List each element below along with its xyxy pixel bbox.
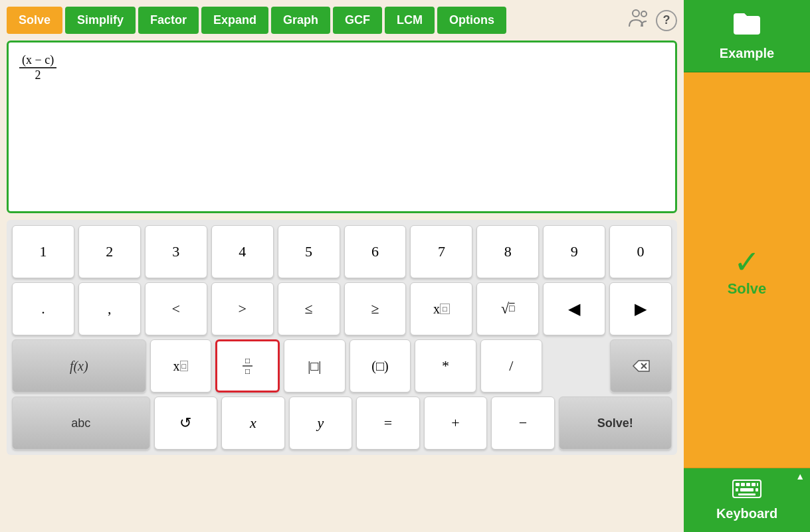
key-right-arrow[interactable]: ▶ — [609, 282, 672, 335]
key-undo[interactable]: ↺ — [154, 397, 218, 450]
simplify-tab-button[interactable]: Simplify — [65, 7, 136, 34]
key-greater[interactable]: > — [211, 282, 274, 335]
key-y[interactable]: y — [289, 397, 353, 450]
key-minus[interactable]: − — [491, 397, 555, 450]
graph-tab-button[interactable]: Graph — [271, 7, 330, 34]
key-empty — [546, 339, 607, 393]
sidebar-keyboard-button[interactable]: ▲ Keyboard — [684, 468, 810, 532]
solve-tab-button[interactable]: Solve — [7, 7, 62, 34]
collapse-arrow-icon: ▲ — [795, 471, 805, 482]
checkmark-icon: ✓ — [734, 243, 760, 280]
gcf-tab-button[interactable]: GCF — [333, 7, 382, 34]
key-divide[interactable]: / — [480, 339, 542, 393]
math-numerator: (x − c) — [19, 53, 56, 68]
right-sidebar: Example ✓ Solve ▲ Keyboard — [684, 0, 810, 532]
key-0[interactable]: 0 — [609, 225, 672, 278]
key-equals[interactable]: = — [356, 397, 420, 450]
keyboard-row-special: f(x) x□ □ □ |□| (□) * / — [12, 339, 672, 393]
key-comma[interactable]: , — [78, 282, 141, 335]
svg-rect-9 — [757, 483, 758, 486]
keyboard-label: Keyboard — [716, 506, 777, 521]
question-mark-button[interactable]: ? — [656, 10, 677, 31]
key-2[interactable]: 2 — [78, 225, 141, 278]
example-label: Example — [720, 46, 774, 61]
key-left-arrow[interactable]: ◀ — [543, 282, 605, 335]
sidebar-solve-button[interactable]: ✓ Solve — [684, 72, 810, 468]
svg-rect-8 — [752, 483, 756, 486]
key-function[interactable]: f(x) — [12, 339, 146, 393]
svg-point-0 — [633, 10, 639, 17]
factor-tab-button[interactable]: Factor — [138, 7, 199, 34]
key-backspace[interactable] — [610, 339, 672, 393]
fraction-icon: □ □ — [243, 356, 253, 377]
key-multiply[interactable]: * — [415, 339, 476, 393]
svg-rect-12 — [756, 488, 758, 491]
key-abc[interactable]: abc — [12, 397, 150, 450]
keyboard-row-digits: 1 2 3 4 5 6 7 8 9 0 — [12, 225, 672, 278]
key-less[interactable]: < — [145, 282, 207, 335]
keyboard-icon — [732, 479, 761, 503]
key-leq[interactable]: ≤ — [278, 282, 340, 335]
key-8[interactable]: 8 — [476, 225, 539, 278]
main-content: Solve Simplify Factor Expand Graph GCF L… — [0, 0, 684, 532]
svg-rect-13 — [738, 493, 756, 495]
key-power[interactable]: x□ — [410, 282, 472, 335]
key-absolute-value[interactable]: |□| — [284, 339, 346, 393]
keyboard-row-letters: abc ↺ x y = + − Solve! — [12, 397, 672, 450]
svg-rect-10 — [736, 488, 738, 491]
sidebar-example-button[interactable]: Example — [684, 0, 810, 72]
toolbar: Solve Simplify Factor Expand Graph GCF L… — [7, 7, 677, 34]
key-3[interactable]: 3 — [145, 225, 207, 278]
svg-rect-11 — [740, 488, 754, 491]
key-fraction[interactable]: □ □ — [215, 339, 280, 393]
help-people-icon[interactable] — [627, 8, 651, 33]
key-paren[interactable]: (□) — [350, 339, 411, 393]
example-icon — [731, 11, 763, 43]
key-x[interactable]: x — [221, 397, 285, 450]
key-6[interactable]: 6 — [344, 225, 407, 278]
keyboard-area: 1 2 3 4 5 6 7 8 9 0 . , < > ≤ ≥ x□ √□ ◀ … — [7, 220, 677, 455]
key-9[interactable]: 9 — [543, 225, 605, 278]
key-solve-button[interactable]: Solve! — [559, 397, 672, 450]
key-subscript[interactable]: x□ — [150, 339, 212, 393]
key-1[interactable]: 1 — [12, 225, 74, 278]
toolbar-icons: ? — [627, 8, 677, 33]
expand-tab-button[interactable]: Expand — [201, 7, 268, 34]
solve-label: Solve — [728, 280, 767, 298]
key-5[interactable]: 5 — [278, 225, 340, 278]
math-expression: (x − c) 2 — [19, 53, 56, 82]
svg-rect-7 — [746, 483, 750, 486]
key-sqrt[interactable]: √□ — [476, 282, 539, 335]
svg-rect-5 — [736, 483, 740, 486]
math-input-area[interactable]: (x − c) 2 — [7, 41, 677, 213]
lcm-tab-button[interactable]: LCM — [385, 7, 435, 34]
options-tab-button[interactable]: Options — [437, 7, 506, 34]
svg-point-1 — [641, 11, 647, 17]
keyboard-row-symbols: . , < > ≤ ≥ x□ √□ ◀ ▶ — [12, 282, 672, 335]
key-4[interactable]: 4 — [211, 225, 274, 278]
key-geq[interactable]: ≥ — [344, 282, 407, 335]
key-7[interactable]: 7 — [410, 225, 472, 278]
math-fraction: (x − c) 2 — [19, 53, 56, 82]
key-dot[interactable]: . — [12, 282, 74, 335]
math-denominator: 2 — [33, 68, 44, 82]
key-plus[interactable]: + — [424, 397, 488, 450]
svg-rect-6 — [741, 483, 745, 486]
